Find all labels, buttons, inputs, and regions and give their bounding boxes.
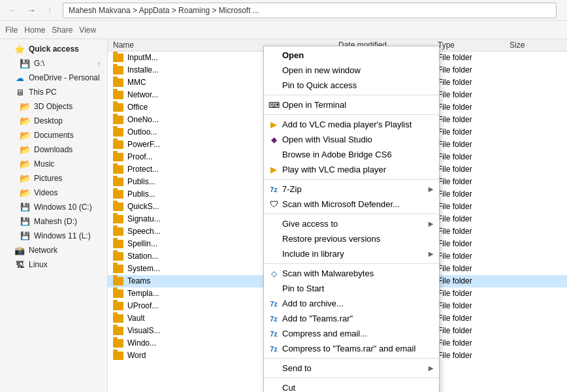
sidebar: ⭐ Quick access 💾 G:\ ↑ ☁ OneDrive - Pers…	[0, 39, 108, 392]
sidebar-item-videos[interactable]: 📂 Videos	[1, 186, 106, 200]
ctx-separator	[264, 214, 439, 214]
folder-icon	[113, 78, 123, 87]
ctx-pin-quick-access[interactable]: Pin to Quick access	[264, 78, 439, 93]
ctx-separator	[264, 179, 439, 180]
sidebar-item-desktop[interactable]: 📂 Desktop	[1, 114, 106, 128]
sidebar-label: This PC	[29, 88, 57, 97]
drive-icon: 💾	[20, 216, 30, 227]
ctx-browse-adobe-bridge[interactable]: Browse in Adobe Bridge CS6	[264, 147, 439, 162]
back-button[interactable]: ←	[5, 3, 21, 18]
ctx-separator	[264, 114, 439, 115]
ctx-open-new-window[interactable]: Open in new window	[264, 63, 439, 78]
folder-icon: 📂	[20, 173, 30, 184]
computer-icon: 🖥	[14, 87, 25, 97]
ctx-label: Open in new window	[282, 65, 361, 75]
folder-icon	[113, 289, 123, 298]
ctx-restore-previous[interactable]: Restore previous versions	[264, 231, 439, 246]
sidebar-item-quick-access[interactable]: ⭐ Quick access	[1, 42, 106, 56]
sidebar-label: Videos	[34, 188, 57, 197]
defender-icon: 🛡	[268, 199, 280, 210]
ctx-label: Scan with Microsoft Defender...	[282, 199, 400, 209]
sidebar-label: Downloads	[34, 145, 73, 154]
folder-icon: 📂	[20, 116, 30, 126]
sidebar-item-3d-objects[interactable]: 📂 3D Objects	[1, 99, 106, 114]
sidebar-label: Linux	[29, 260, 48, 269]
folder-icon	[113, 277, 123, 286]
ctx-label: Include in library	[282, 249, 344, 259]
ctx-label: Pin to Start	[282, 284, 324, 293]
ctx-open[interactable]: Open	[264, 48, 439, 63]
folder-icon	[113, 66, 123, 74]
ctx-open-visual-studio[interactable]: ◆ Open with Visual Studio	[264, 132, 439, 147]
sidebar-item-windows-c[interactable]: 💾 Windows 10 (C:)	[1, 200, 106, 214]
ctx-label: Cut	[282, 383, 295, 392]
sidebar-item-pictures[interactable]: 📂 Pictures	[1, 171, 106, 186]
submenu-arrow: ►	[427, 363, 435, 373]
ctx-7zip[interactable]: 7z 7-Zip ►	[264, 182, 439, 197]
context-menu: Open Open in new window Pin to Quick acc…	[263, 46, 440, 392]
sidebar-item-this-pc[interactable]: 🖥 This PC	[1, 85, 106, 99]
sidebar-label: Music	[34, 159, 54, 169]
sidebar-label: OneDrive - Personal	[29, 73, 100, 82]
malwarebytes-icon: ◇	[268, 268, 280, 280]
sidebar-item-linux[interactable]: 🏗 Linux	[1, 257, 106, 272]
ctx-send-to[interactable]: Send to ►	[264, 361, 439, 376]
folder-icon: 📂	[20, 101, 30, 112]
folder-icon	[113, 91, 123, 99]
ctx-add-teams-rar[interactable]: 7z Add to "Teams.rar"	[264, 311, 439, 326]
col-type: Type	[438, 41, 510, 50]
ctx-label: Open	[282, 50, 304, 60]
folder-icon: 📂	[20, 130, 30, 140]
submenu-arrow: ►	[427, 219, 435, 229]
sidebar-item-documents[interactable]: 📂 Documents	[1, 128, 106, 142]
sidebar-item-g-drive[interactable]: 💾 G:\ ↑	[1, 56, 106, 71]
sidebar-label: Documents	[34, 131, 74, 140]
folder-icon	[113, 190, 123, 199]
ctx-pin-start[interactable]: Pin to Start	[264, 281, 439, 296]
sidebar-label: Network	[29, 246, 57, 255]
folder-icon	[113, 140, 123, 149]
ctx-give-access[interactable]: Give access to ►	[264, 216, 439, 231]
ctx-separator	[264, 358, 439, 359]
ctx-compress-email[interactable]: 7z Compress and email...	[264, 326, 439, 341]
sidebar-item-onedrive[interactable]: ☁ OneDrive - Personal	[1, 71, 106, 85]
sidebar-label: Pictures	[34, 174, 62, 183]
sidebar-item-downloads[interactable]: 📂 Downloads	[1, 142, 106, 157]
ctx-add-vlc-playlist[interactable]: ▶ Add to VLC media player's Playlist	[264, 117, 439, 132]
ctx-label: Add to VLC media player's Playlist	[282, 120, 412, 129]
forward-button[interactable]: →	[24, 3, 39, 18]
drive-icon: 💾	[20, 231, 30, 241]
ctx-scan-defender[interactable]: 🛡 Scan with Microsoft Defender...	[264, 197, 439, 212]
folder-icon	[113, 153, 123, 161]
ctx-label: Compress to "Teams.rar" and email	[282, 344, 415, 353]
sidebar-item-mahesh-d[interactable]: 💾 Mahesh (D:)	[1, 214, 106, 229]
breadcrumb: Mahesh Makvana > AppData > Roaming > Mic…	[63, 3, 557, 18]
ctx-compress-teams-email[interactable]: 7z Compress to "Teams.rar" and email	[264, 341, 439, 356]
up-button[interactable]: ↑	[42, 3, 57, 18]
folder-icon	[113, 215, 123, 223]
ctx-include-library[interactable]: Include in library ►	[264, 246, 439, 261]
sidebar-label: Windows 10 (C:)	[34, 203, 92, 212]
vlc-icon: ▶	[268, 119, 280, 131]
ctx-scan-malwarebytes[interactable]: ◇ Scan with Malwarebytes	[264, 266, 439, 281]
ctx-cut[interactable]: Cut	[264, 380, 439, 392]
sidebar-item-music[interactable]: 📂 Music	[1, 157, 106, 171]
ctx-open-terminal[interactable]: ⌨ Open in Terminal	[264, 97, 439, 112]
ctx-label: Browse in Adobe Bridge CS6	[282, 150, 392, 159]
folder-icon	[113, 103, 123, 112]
ctx-label: Open in Terminal	[282, 100, 346, 110]
ctx-label: Play with VLC media player	[282, 165, 386, 174]
ctx-label: Send to	[282, 363, 312, 373]
ctx-play-vlc[interactable]: ▶ Play with VLC media player	[264, 162, 439, 177]
ctx-label: 7-Zip	[282, 184, 302, 194]
sidebar-item-windows-l[interactable]: 💾 Windows 11 (L:)	[1, 229, 106, 243]
ctx-add-archive[interactable]: 7z Add to archive...	[264, 296, 439, 311]
ctx-separator	[264, 378, 439, 378]
onedrive-icon: ☁	[14, 73, 25, 83]
sidebar-item-network[interactable]: 📸 Network	[1, 243, 106, 257]
submenu-arrow: ►	[427, 249, 435, 259]
folder-icon: 📂	[20, 144, 30, 155]
archive-icon: 7z	[268, 298, 280, 310]
folder-icon	[113, 351, 123, 360]
submenu-arrow: ►	[427, 184, 435, 194]
